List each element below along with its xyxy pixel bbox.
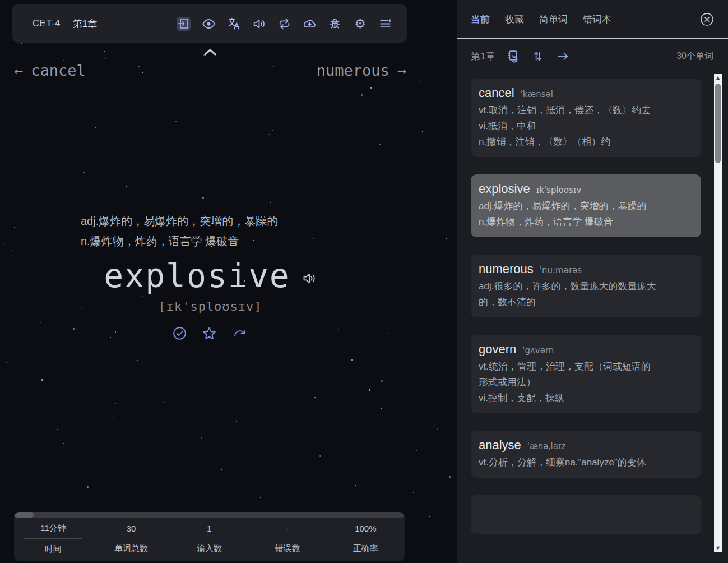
- tab-wrong-words[interactable]: 错词本: [583, 13, 611, 26]
- card-word: cancel: [479, 86, 514, 100]
- word-card-list: cancel ˈkænsəl vt.取消，注销，抵消，偿还，〈数〉约去vi.抵消…: [457, 74, 715, 552]
- eye-icon[interactable]: [202, 17, 216, 31]
- word-list-panel: 当前 收藏 简单词 错词本 第1章 30个单词 cancel ˈkænsəl v…: [457, 0, 728, 563]
- card-word: numerous: [479, 262, 534, 276]
- collapse-chevron[interactable]: [14, 48, 406, 56]
- definition-line: n.爆炸物，炸药，语言学 爆破音: [81, 231, 340, 251]
- word-card[interactable]: numerous ˈnu:mərəs adj.很多的，许多的，数量庞大的数量庞大…: [471, 255, 701, 317]
- repeat-icon[interactable]: [277, 17, 291, 31]
- next-word-button[interactable]: numerous →: [317, 62, 406, 79]
- card-definition-line: vt.取消，注销，抵消，偿还，〈数〉约去: [479, 103, 657, 118]
- card-definition-line: vt.分析，分解，细察na.“analyze”的变体: [479, 455, 657, 470]
- stat-item: 11分钟 时间: [14, 523, 92, 555]
- card-word: analyse: [479, 438, 521, 453]
- scrollbar-up-arrow[interactable]: ▲: [714, 74, 722, 82]
- progress-bar: [14, 512, 405, 518]
- word-card[interactable]: [471, 495, 701, 534]
- cloud-upload-icon[interactable]: [303, 17, 317, 31]
- close-panel-button[interactable]: [699, 12, 715, 27]
- check-circle-icon[interactable]: [172, 326, 187, 342]
- stat-label: 错误数: [248, 543, 326, 554]
- stat-value: 1: [170, 524, 248, 533]
- current-word: explosive: [104, 257, 290, 295]
- card-phonetic: ˈgʌvərn: [522, 345, 554, 356]
- sort-icon[interactable]: [531, 49, 544, 63]
- definition-line: adj.爆炸的，易爆炸的，突增的，暴躁的: [81, 211, 340, 231]
- word-card[interactable]: analyse ˈænəˌlaɪz vt.分析，分解，细察na.“analyze…: [471, 431, 701, 478]
- card-phonetic: ˈnu:mərəs: [540, 265, 582, 275]
- stat-value: 30: [92, 524, 170, 533]
- panel-tabbar: 当前 收藏 简单词 错词本: [457, 0, 728, 39]
- chevron-up-icon: [203, 48, 217, 56]
- word-definitions: adj.爆炸的，易爆炸的，突增的，暴躁的 n.爆炸物，炸药，语言学 爆破音: [81, 211, 340, 251]
- tab-current[interactable]: 当前: [471, 13, 490, 26]
- card-definition-line: adj.很多的，许多的，数量庞大的数量庞大的，数不清的: [479, 279, 657, 310]
- stat-value: 11分钟: [14, 523, 92, 534]
- scrollbar-thumb[interactable]: [715, 84, 721, 163]
- word-card[interactable]: cancel ˈkænsəl vt.取消，注销，抵消，偿还，〈数〉约去vi.抵消…: [471, 79, 701, 157]
- card-word: govern: [479, 342, 516, 357]
- card-phonetic: ɪkˈsploʊsɪv: [536, 185, 582, 195]
- redo-icon[interactable]: [231, 326, 248, 342]
- stat-item: 1 输入数: [170, 524, 248, 554]
- prev-word-button[interactable]: ← cancel: [14, 62, 86, 79]
- stat-divider: [103, 538, 160, 538]
- word-count-label: 30个单词: [676, 50, 713, 62]
- chapter-refresh-icon[interactable]: [506, 49, 520, 63]
- stat-label: 时间: [14, 544, 92, 555]
- next-word-label: numerous: [317, 62, 389, 79]
- enter-icon[interactable]: [177, 17, 191, 31]
- star-icon[interactable]: [201, 326, 217, 342]
- bug-icon[interactable]: [328, 17, 342, 31]
- stat-label: 正确率: [327, 543, 405, 554]
- scrollbar-down-arrow[interactable]: ▼: [714, 544, 722, 552]
- card-definition-line: n.撤销，注销，〈数〉（相）约: [479, 134, 657, 150]
- word-card[interactable]: govern ˈgʌvərn vt.统治，管理，治理，支配（词或短语的形式或用法…: [471, 335, 701, 413]
- card-definition-line: vt.统治，管理，治理，支配（词或短语的形式或用法）: [479, 359, 657, 390]
- card-definitions: adj.很多的，许多的，数量庞大的数量庞大的，数不清的: [479, 279, 657, 310]
- card-definitions: vt.统治，管理，治理，支配（词或短语的形式或用法）vi.控制，支配，操纵: [479, 359, 657, 406]
- stat-value: -: [248, 524, 326, 533]
- card-definition-line: adj.爆炸的，易爆炸的，突增的，暴躁的: [479, 199, 657, 214]
- toolbar-icons: ⚙: [177, 17, 392, 31]
- tab-easy-words[interactable]: 简单词: [539, 13, 568, 26]
- card-definitions: vt.分析，分解，细察na.“analyze”的变体: [479, 455, 657, 470]
- stat-label: 单词总数: [92, 543, 170, 554]
- word-actions: [14, 326, 406, 342]
- settings-gear-icon[interactable]: ⚙: [353, 17, 367, 31]
- current-word-block: adj.爆炸的，易爆炸的，突增的，暴躁的 n.爆炸物，炸药，语言学 爆破音 ex…: [14, 211, 406, 342]
- stats-row: 11分钟 时间 30 单词总数 1 输入数 - 错误数 100% 正确率: [14, 518, 405, 560]
- card-definition-line: vi.抵消，中和: [479, 118, 657, 134]
- card-word: explosive: [479, 182, 530, 196]
- top-toolbar: CET-4 第1章 ⚙: [12, 4, 407, 43]
- card-definitions: vt.取消，注销，抵消，偿还，〈数〉约去vi.抵消，中和n.撤销，注销，〈数〉（…: [479, 103, 657, 150]
- stat-divider: [24, 538, 82, 539]
- stat-item: - 错误数: [248, 524, 326, 554]
- card-definition-line: n.爆炸物，炸药，语言学 爆破音: [479, 214, 657, 230]
- panel-chapter-label: 第1章: [471, 50, 495, 63]
- menu-lines-icon[interactable]: [378, 17, 392, 31]
- arrow-right-icon: →: [397, 62, 406, 79]
- card-phonetic: ˈænəˌlaɪz: [527, 441, 566, 451]
- translate-icon[interactable]: [227, 17, 241, 31]
- word-navigation: ← cancel numerous →: [14, 62, 406, 79]
- stat-item: 100% 正确率: [327, 524, 405, 554]
- panel-subheader: 第1章 30个单词: [457, 39, 728, 74]
- study-main-area: CET-4 第1章 ⚙: [0, 0, 457, 563]
- session-stats-card: 11分钟 时间 30 单词总数 1 输入数 - 错误数 100% 正确率: [14, 512, 405, 561]
- card-definitions: adj.爆炸的，易爆炸的，突增的，暴躁的n.爆炸物，炸药，语言学 爆破音: [479, 199, 657, 230]
- jump-arrow-icon[interactable]: [555, 49, 571, 63]
- progress-fill: [14, 512, 34, 518]
- word-card[interactable]: explosive ɪkˈsploʊsɪv adj.爆炸的，易爆炸的，突增的，暴…: [471, 174, 701, 237]
- arrow-left-icon: ←: [14, 62, 23, 79]
- stat-label: 输入数: [170, 543, 248, 554]
- speaker-icon[interactable]: [252, 17, 266, 31]
- scrollbar[interactable]: ▲ ▼: [714, 74, 722, 552]
- pronounce-speaker-icon[interactable]: [302, 271, 317, 286]
- chapter-title: 第1章: [73, 17, 97, 30]
- close-circle-icon: [699, 12, 715, 27]
- stat-divider: [180, 538, 238, 538]
- stat-divider: [258, 538, 316, 538]
- tab-favorites[interactable]: 收藏: [505, 13, 524, 26]
- card-definition-line: vi.控制，支配，操纵: [479, 390, 657, 406]
